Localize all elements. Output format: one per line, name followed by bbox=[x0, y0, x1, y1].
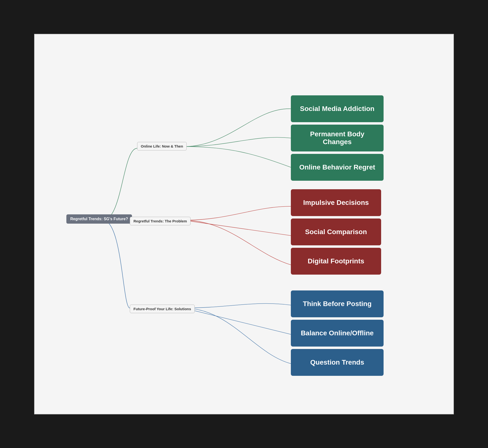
root-node[interactable]: Regretful Trends: SG's Future? bbox=[66, 214, 132, 224]
impulsive-node[interactable]: Impulsive Decisions bbox=[291, 189, 381, 216]
social-media-node[interactable]: Social Media Addiction bbox=[291, 95, 384, 122]
connections-svg bbox=[35, 34, 453, 414]
digital-footprints-node[interactable]: Digital Footprints bbox=[291, 248, 381, 275]
online-behavior-node[interactable]: Online Behavior Regret bbox=[291, 154, 384, 181]
social-comparison-node[interactable]: Social Comparison bbox=[291, 219, 381, 245]
think-before-node[interactable]: Think Before Posting bbox=[291, 290, 384, 317]
question-trends-node[interactable]: Question Trends bbox=[291, 349, 384, 376]
mid-problem-node[interactable]: Regretful Trends: The Problem bbox=[130, 217, 191, 225]
mid-online-node[interactable]: Online Life: Now & Then bbox=[137, 142, 187, 150]
mid-solutions-node[interactable]: Future-Proof Your Life: Solutions bbox=[130, 305, 195, 313]
balance-node[interactable]: Balance Online/Offline bbox=[291, 320, 384, 347]
mind-map-canvas: Regretful Trends: SG's Future? Online Li… bbox=[34, 34, 454, 414]
permanent-body-node[interactable]: Permanent Body Changes bbox=[291, 125, 384, 151]
